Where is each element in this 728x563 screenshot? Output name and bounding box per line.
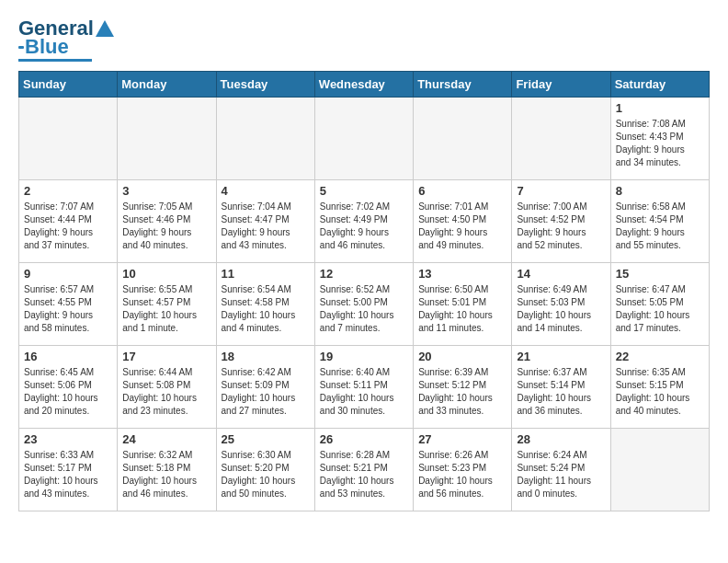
day-number: 24 xyxy=(122,432,210,446)
day-number: 21 xyxy=(517,350,605,363)
calendar-cell: 12Sunrise: 6:52 AM Sunset: 5:00 PM Dayli… xyxy=(314,263,413,346)
day-number: 25 xyxy=(222,432,310,446)
calendar-cell: 1Sunrise: 7:08 AM Sunset: 4:43 PM Daylig… xyxy=(610,98,709,180)
calendar-cell: 8Sunrise: 6:58 AM Sunset: 4:54 PM Daylig… xyxy=(610,180,709,263)
day-info: Sunrise: 6:39 AM Sunset: 5:12 PM Dayligh… xyxy=(418,366,506,418)
calendar-cell xyxy=(414,98,512,180)
day-number: 20 xyxy=(418,350,506,363)
day-info: Sunrise: 6:35 AM Sunset: 5:15 PM Dayligh… xyxy=(616,366,704,418)
calendar-cell: 15Sunrise: 6:47 AM Sunset: 5:05 PM Dayli… xyxy=(610,263,709,346)
day-info: Sunrise: 7:05 AM Sunset: 4:46 PM Dayligh… xyxy=(122,201,210,252)
day-number: 26 xyxy=(320,432,408,446)
day-info: Sunrise: 6:58 AM Sunset: 4:54 PM Dayligh… xyxy=(616,201,704,252)
weekday-header-wednesday: Wednesday xyxy=(314,72,413,98)
day-info: Sunrise: 6:45 AM Sunset: 5:06 PM Dayligh… xyxy=(24,366,112,418)
calendar-cell: 13Sunrise: 6:50 AM Sunset: 5:01 PM Dayli… xyxy=(414,263,512,346)
day-number: 17 xyxy=(122,350,210,363)
calendar-table: SundayMondayTuesdayWednesdayThursdayFrid… xyxy=(18,71,710,511)
day-number: 4 xyxy=(222,184,310,198)
weekday-header-saturday: Saturday xyxy=(610,72,709,98)
day-number: 22 xyxy=(616,350,704,363)
calendar-cell: 27Sunrise: 6:26 AM Sunset: 5:23 PM Dayli… xyxy=(414,429,512,511)
calendar-cell: 24Sunrise: 6:32 AM Sunset: 5:18 PM Dayli… xyxy=(118,429,216,511)
day-number: 13 xyxy=(418,267,506,281)
page-header: General Blue xyxy=(18,18,710,62)
calendar-cell xyxy=(512,98,610,180)
calendar-cell: 6Sunrise: 7:01 AM Sunset: 4:50 PM Daylig… xyxy=(414,180,512,263)
day-number: 14 xyxy=(517,267,605,281)
calendar-cell: 3Sunrise: 7:05 AM Sunset: 4:46 PM Daylig… xyxy=(118,180,216,263)
calendar-cell: 10Sunrise: 6:55 AM Sunset: 4:57 PM Dayli… xyxy=(118,263,216,346)
day-info: Sunrise: 7:02 AM Sunset: 4:49 PM Dayligh… xyxy=(320,201,408,252)
calendar-cell: 23Sunrise: 6:33 AM Sunset: 5:17 PM Dayli… xyxy=(19,429,118,511)
calendar-cell: 18Sunrise: 6:42 AM Sunset: 5:09 PM Dayli… xyxy=(216,346,314,429)
calendar-cell xyxy=(118,98,216,180)
day-number: 15 xyxy=(616,267,704,281)
calendar-week-row: 16Sunrise: 6:45 AM Sunset: 5:06 PM Dayli… xyxy=(19,346,710,429)
calendar-header-row: SundayMondayTuesdayWednesdayThursdayFrid… xyxy=(19,72,710,98)
day-number: 9 xyxy=(24,267,112,281)
calendar-cell: 4Sunrise: 7:04 AM Sunset: 4:47 PM Daylig… xyxy=(216,180,314,263)
day-number: 2 xyxy=(24,184,112,198)
day-info: Sunrise: 7:04 AM Sunset: 4:47 PM Dayligh… xyxy=(222,201,310,252)
calendar-cell xyxy=(19,98,118,180)
day-number: 12 xyxy=(320,267,408,281)
weekday-header-monday: Monday xyxy=(118,72,216,98)
day-info: Sunrise: 7:01 AM Sunset: 4:50 PM Dayligh… xyxy=(418,201,506,252)
logo-underline xyxy=(18,59,92,62)
day-info: Sunrise: 6:26 AM Sunset: 5:23 PM Dayligh… xyxy=(418,449,506,500)
day-info: Sunrise: 6:24 AM Sunset: 5:24 PM Dayligh… xyxy=(517,449,605,500)
calendar-cell: 5Sunrise: 7:02 AM Sunset: 4:49 PM Daylig… xyxy=(314,180,413,263)
day-number: 19 xyxy=(320,350,408,363)
calendar-cell: 20Sunrise: 6:39 AM Sunset: 5:12 PM Dayli… xyxy=(414,346,512,429)
day-info: Sunrise: 6:57 AM Sunset: 4:55 PM Dayligh… xyxy=(24,283,112,335)
calendar-cell: 17Sunrise: 6:44 AM Sunset: 5:08 PM Dayli… xyxy=(118,346,216,429)
day-number: 11 xyxy=(222,267,310,281)
weekday-header-sunday: Sunday xyxy=(19,72,118,98)
calendar-week-row: 2Sunrise: 7:07 AM Sunset: 4:44 PM Daylig… xyxy=(19,180,710,263)
calendar-week-row: 9Sunrise: 6:57 AM Sunset: 4:55 PM Daylig… xyxy=(19,263,710,346)
calendar-cell xyxy=(216,98,314,180)
calendar-cell: 16Sunrise: 6:45 AM Sunset: 5:06 PM Dayli… xyxy=(19,346,118,429)
logo: General Blue xyxy=(18,18,114,62)
calendar-cell: 14Sunrise: 6:49 AM Sunset: 5:03 PM Dayli… xyxy=(512,263,610,346)
day-info: Sunrise: 6:32 AM Sunset: 5:18 PM Dayligh… xyxy=(122,449,210,500)
day-number: 8 xyxy=(616,184,704,198)
day-info: Sunrise: 6:40 AM Sunset: 5:11 PM Dayligh… xyxy=(320,366,408,418)
day-info: Sunrise: 6:37 AM Sunset: 5:14 PM Dayligh… xyxy=(517,366,605,418)
calendar-cell xyxy=(610,429,709,511)
day-number: 23 xyxy=(24,432,112,446)
calendar-cell: 19Sunrise: 6:40 AM Sunset: 5:11 PM Dayli… xyxy=(314,346,413,429)
calendar-cell: 7Sunrise: 7:00 AM Sunset: 4:52 PM Daylig… xyxy=(512,180,610,263)
day-number: 7 xyxy=(517,184,605,198)
calendar-cell: 2Sunrise: 7:07 AM Sunset: 4:44 PM Daylig… xyxy=(19,180,118,263)
day-info: Sunrise: 7:00 AM Sunset: 4:52 PM Dayligh… xyxy=(517,201,605,252)
logo-text-blue: Blue xyxy=(25,37,69,57)
weekday-header-thursday: Thursday xyxy=(414,72,512,98)
weekday-header-tuesday: Tuesday xyxy=(216,72,314,98)
day-number: 10 xyxy=(122,267,210,281)
day-info: Sunrise: 7:07 AM Sunset: 4:44 PM Dayligh… xyxy=(24,201,112,252)
day-number: 3 xyxy=(122,184,210,198)
day-number: 5 xyxy=(320,184,408,198)
calendar-week-row: 1Sunrise: 7:08 AM Sunset: 4:43 PM Daylig… xyxy=(19,98,710,180)
svg-marker-0 xyxy=(96,20,114,37)
logo-triangle-icon xyxy=(96,20,114,37)
calendar-cell: 21Sunrise: 6:37 AM Sunset: 5:14 PM Dayli… xyxy=(512,346,610,429)
day-info: Sunrise: 6:55 AM Sunset: 4:57 PM Dayligh… xyxy=(122,283,210,335)
day-info: Sunrise: 6:42 AM Sunset: 5:09 PM Dayligh… xyxy=(222,366,310,418)
calendar-cell: 26Sunrise: 6:28 AM Sunset: 5:21 PM Dayli… xyxy=(314,429,413,511)
calendar-cell: 9Sunrise: 6:57 AM Sunset: 4:55 PM Daylig… xyxy=(19,263,118,346)
day-info: Sunrise: 6:28 AM Sunset: 5:21 PM Dayligh… xyxy=(320,449,408,500)
calendar-cell: 28Sunrise: 6:24 AM Sunset: 5:24 PM Dayli… xyxy=(512,429,610,511)
day-number: 6 xyxy=(418,184,506,198)
day-info: Sunrise: 6:44 AM Sunset: 5:08 PM Dayligh… xyxy=(122,366,210,418)
day-info: Sunrise: 6:50 AM Sunset: 5:01 PM Dayligh… xyxy=(418,283,506,335)
day-number: 16 xyxy=(24,350,112,363)
day-info: Sunrise: 6:30 AM Sunset: 5:20 PM Dayligh… xyxy=(222,449,310,500)
calendar-week-row: 23Sunrise: 6:33 AM Sunset: 5:17 PM Dayli… xyxy=(19,429,710,511)
day-info: Sunrise: 7:08 AM Sunset: 4:43 PM Dayligh… xyxy=(616,118,704,169)
day-number: 28 xyxy=(517,432,605,446)
day-info: Sunrise: 6:49 AM Sunset: 5:03 PM Dayligh… xyxy=(517,283,605,335)
day-info: Sunrise: 6:54 AM Sunset: 4:58 PM Dayligh… xyxy=(222,283,310,335)
